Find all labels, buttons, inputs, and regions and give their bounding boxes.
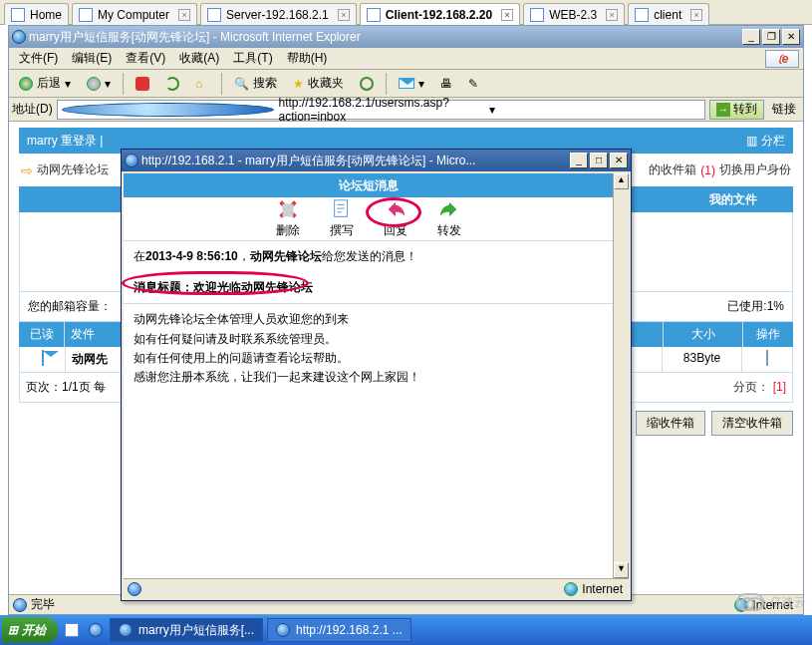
popup-titlebar[interactable]: http://192.168.2.1 - marry用户短信服务[动网先锋论坛]…	[122, 150, 631, 171]
task-ie-main[interactable]: marry用户短信服务[...	[110, 618, 263, 642]
clear-inbox-button[interactable]: 清空收件箱	[711, 411, 793, 436]
vm-tab-strip: Home My Computer× Server-192.168.2.1× Cl…	[0, 0, 812, 25]
zone-label: Internet	[752, 598, 793, 612]
start-button[interactable]: ⊞开始	[2, 617, 58, 643]
address-label: 地址(D)	[12, 101, 53, 118]
computer-icon	[635, 8, 649, 22]
ie-icon	[276, 623, 290, 637]
vm-tab-home[interactable]: Home	[4, 3, 69, 25]
arrow-icon: ⇨	[21, 162, 33, 178]
menu-help[interactable]: 帮助(H)	[281, 48, 334, 69]
star-icon: ★	[293, 77, 304, 91]
print-icon: 🖶	[440, 77, 452, 91]
forward-button[interactable]: ▾	[81, 73, 117, 95]
menu-tools[interactable]: 工具(T)	[227, 48, 278, 69]
menu-file[interactable]: 文件(F)	[13, 48, 64, 69]
page-icon	[62, 103, 275, 117]
stop-icon	[135, 77, 149, 91]
mail-button[interactable]: ▾	[393, 73, 430, 95]
menu-view[interactable]: 查看(V)	[120, 48, 171, 69]
message-subject-line: 消息标题：欢迎光临动网先锋论坛	[124, 272, 613, 304]
quicklaunch-ie[interactable]	[86, 620, 106, 640]
row-checkbox[interactable]	[766, 350, 768, 366]
vm-tab-client2[interactable]: client×	[628, 3, 709, 25]
close-icon[interactable]: ×	[690, 9, 702, 21]
pager-right-label: 分页：	[733, 380, 769, 394]
inbox-count: (1)	[700, 163, 715, 177]
vm-tab-client-active[interactable]: Client-192.168.2.20×	[360, 3, 520, 25]
popup-title: http://192.168.2.1 - marry用户短信服务[动网先锋论坛]…	[138, 153, 570, 169]
scroll-up-icon[interactable]: ▲	[614, 173, 629, 189]
back-button[interactable]: 后退 ▾	[13, 73, 77, 95]
address-input[interactable]: http://192.168.2.1/usersms.asp?action=in…	[57, 100, 705, 120]
vm-tab-mycomputer[interactable]: My Computer×	[72, 3, 197, 25]
links-button[interactable]: 链接	[768, 101, 800, 118]
inbox-label: 的收件箱	[649, 161, 696, 178]
ie-titlebar: marry用户短信服务[动网先锋论坛] - Microsoft Internet…	[9, 26, 803, 48]
vm-tab-server[interactable]: Server-192.168.2.1×	[200, 3, 357, 25]
used-value: 1%	[767, 299, 784, 313]
tab-files[interactable]: 我的文件	[674, 191, 793, 208]
scrollbar[interactable]: ▲ ▼	[613, 173, 629, 578]
favorites-button[interactable]: ★收藏夹	[287, 73, 350, 95]
col-op: 操作	[743, 322, 793, 347]
pager-left: 页次：1/1页 每	[26, 379, 106, 396]
row-size: 83Byte	[663, 347, 742, 372]
message-source: 动网先锋论坛	[250, 249, 322, 263]
search-button[interactable]: 🔍搜索	[228, 73, 283, 95]
used-label: 已使用:	[727, 299, 766, 313]
ie-throbber-icon: ⟮e	[765, 50, 799, 68]
username: marry	[27, 134, 58, 148]
stop-button[interactable]	[130, 73, 155, 95]
menu-favorites[interactable]: 收藏(A)	[173, 48, 225, 69]
quota-label: 您的邮箱容量：	[28, 298, 112, 315]
home-button[interactable]: ⌂	[189, 73, 215, 95]
close-button[interactable]: ✕	[610, 153, 628, 168]
vm-tab-web[interactable]: WEB-2.3×	[523, 3, 625, 25]
home-icon	[11, 8, 25, 22]
forum-link[interactable]: 动网先锋论坛	[37, 161, 109, 178]
dropdown-icon[interactable]: ▾	[489, 103, 700, 117]
minimize-button[interactable]: _	[570, 153, 588, 168]
close-icon[interactable]: ×	[501, 9, 513, 21]
relogin-link[interactable]: 重登录 |	[61, 134, 103, 148]
edit-button[interactable]: ✎	[462, 73, 484, 95]
task-ie-popup[interactable]: http://192.168.2.1 ...	[267, 618, 411, 642]
ie-icon	[89, 623, 103, 637]
close-icon[interactable]: ×	[178, 9, 190, 21]
split-columns-button[interactable]: ▥ 分栏	[746, 133, 785, 150]
window-title: marry用户短信服务[动网先锋论坛] - Microsoft Internet…	[26, 29, 742, 46]
status-text: 完毕	[31, 596, 55, 613]
close-icon[interactable]: ×	[338, 9, 350, 21]
reply-button[interactable]: 回复	[384, 198, 407, 239]
page-1-link[interactable]: [1]	[773, 380, 786, 394]
maximize-button[interactable]: □	[590, 153, 608, 168]
forward-icon	[438, 198, 460, 220]
globe-icon	[564, 582, 578, 596]
mail-icon	[42, 350, 44, 366]
maximize-button[interactable]: ❐	[762, 29, 780, 45]
quicklaunch-desktop[interactable]	[62, 620, 82, 640]
popup-header: 论坛短消息	[124, 173, 613, 197]
compact-inbox-button[interactable]: 缩收件箱	[636, 411, 705, 436]
page-icon	[128, 582, 141, 596]
minimize-button[interactable]: _	[742, 29, 760, 45]
compose-button[interactable]: 撰写	[330, 198, 354, 239]
subject-label: 消息标题：	[134, 280, 193, 294]
switch-user-link[interactable]: 切换用户身份	[719, 161, 791, 178]
reply-icon	[385, 198, 406, 220]
menu-edit[interactable]: 编辑(E)	[66, 48, 118, 69]
compose-icon	[331, 198, 353, 220]
history-icon	[360, 77, 374, 91]
scroll-down-icon[interactable]: ▼	[614, 562, 629, 578]
close-icon[interactable]: ×	[606, 9, 618, 21]
forward-button[interactable]: 转发	[437, 198, 461, 239]
history-button[interactable]	[354, 73, 380, 95]
close-button[interactable]: ✕	[782, 29, 800, 45]
home-icon: ⌂	[195, 77, 209, 91]
desktop-icon	[65, 623, 79, 637]
delete-button[interactable]: 删除	[276, 198, 300, 239]
print-button[interactable]: 🖶	[434, 73, 458, 95]
go-button[interactable]: →转到	[709, 100, 764, 120]
refresh-button[interactable]	[159, 73, 185, 95]
